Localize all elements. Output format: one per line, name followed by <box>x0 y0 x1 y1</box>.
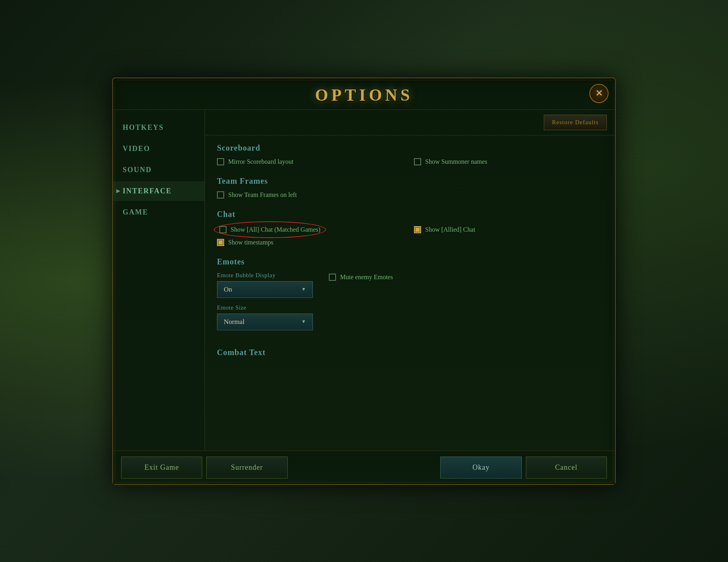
bottom-bar: Exit Game Surrender Okay Cancel <box>113 451 615 484</box>
show-timestamps-checkbox[interactable] <box>217 239 224 246</box>
cancel-button[interactable]: Cancel <box>526 457 607 479</box>
chat-section: Chat Show [All] Chat (Matched Games) Sho… <box>217 210 603 246</box>
show-allied-chat-option[interactable]: Show [Allied] Chat <box>414 224 603 235</box>
show-timestamps-label: Show timestamps <box>228 239 273 246</box>
emote-bubble-label: Emote Bubble Display <box>217 272 313 279</box>
combat-text-title: Combat Text <box>217 348 603 357</box>
sidebar-item-sound[interactable]: SOUND <box>113 160 205 180</box>
dialog-header: OPTIONS ✕ <box>113 78 615 110</box>
emotes-section: Emotes Emote Bubble Display On ▼ <box>217 257 603 337</box>
mute-enemy-emotes-checkbox[interactable] <box>329 274 336 281</box>
emote-size-arrow: ▼ <box>301 319 306 325</box>
show-team-frames-checkbox[interactable] <box>217 191 224 199</box>
close-button[interactable]: ✕ <box>589 84 609 103</box>
show-all-chat-label: Show [All] Chat (Matched Games) <box>231 226 320 233</box>
emote-bubble-group: Emote Bubble Display On ▼ <box>217 272 313 298</box>
show-team-frames-option[interactable]: Show Team Frames on left <box>217 191 603 199</box>
chat-title: Chat <box>217 210 603 219</box>
toolbar: Restore Defaults <box>205 110 615 135</box>
show-timestamps-option[interactable]: Show timestamps <box>217 239 406 246</box>
dialog-body: HOTKEYS VIDEO SOUND INTERFACE GAME Resto… <box>113 110 615 451</box>
options-dialog: OPTIONS ✕ HOTKEYS VIDEO SOUND INTERFACE … <box>112 77 616 485</box>
show-summoner-names-checkbox[interactable] <box>414 158 421 165</box>
scoreboard-section: Scoreboard Mirror Scoreboard layout Show… <box>217 143 603 165</box>
combat-text-section: Combat Text <box>217 348 603 357</box>
emote-size-value: Normal <box>224 318 245 326</box>
show-all-chat-checkbox[interactable] <box>219 226 227 233</box>
show-allied-chat-label: Show [Allied] Chat <box>425 226 475 233</box>
mute-enemy-emotes-label: Mute enemy Emotes <box>340 274 393 281</box>
mirror-scoreboard-checkbox[interactable] <box>217 158 224 165</box>
emotes-right-column: Mute enemy Emotes <box>329 272 393 281</box>
emote-bubble-value: On <box>224 286 232 294</box>
mirror-scoreboard-label: Mirror Scoreboard layout <box>228 158 294 165</box>
emote-size-dropdown[interactable]: Normal ▼ <box>217 314 313 330</box>
surrender-button[interactable]: Surrender <box>206 457 287 479</box>
settings-area[interactable]: Scoreboard Mirror Scoreboard layout Show… <box>205 135 615 451</box>
okay-button[interactable]: Okay <box>440 457 521 479</box>
team-frames-section: Team Frames Show Team Frames on left <box>217 177 603 199</box>
show-team-frames-label: Show Team Frames on left <box>228 191 297 199</box>
mirror-scoreboard-option[interactable]: Mirror Scoreboard layout <box>217 158 406 165</box>
team-frames-title: Team Frames <box>217 177 603 186</box>
sidebar-item-hotkeys[interactable]: HOTKEYS <box>113 118 205 137</box>
sidebar: HOTKEYS VIDEO SOUND INTERFACE GAME <box>113 110 205 451</box>
sidebar-item-video[interactable]: VIDEO <box>113 139 205 159</box>
emote-bubble-arrow: ▼ <box>301 286 306 292</box>
emotes-left-column: Emote Bubble Display On ▼ Emote Size Nor… <box>217 272 313 337</box>
show-summoner-names-option[interactable]: Show Summoner names <box>414 158 603 165</box>
sidebar-item-interface[interactable]: INTERFACE <box>113 181 205 201</box>
emote-bubble-dropdown[interactable]: On ▼ <box>217 281 313 298</box>
show-allied-chat-checkbox[interactable] <box>414 226 421 233</box>
sidebar-item-game[interactable]: GAME <box>113 203 205 222</box>
main-content: Restore Defaults Scoreboard Mirror Score… <box>205 110 615 451</box>
emote-size-group: Emote Size Normal ▼ <box>217 304 313 330</box>
restore-defaults-button[interactable]: Restore Defaults <box>544 115 607 130</box>
dialog-title: OPTIONS <box>315 86 413 104</box>
scoreboard-options: Mirror Scoreboard layout Show Summoner n… <box>217 158 603 165</box>
chat-options-grid: Show [All] Chat (Matched Games) Show [Al… <box>217 224 603 246</box>
show-summoner-names-label: Show Summoner names <box>425 158 487 165</box>
show-all-chat-option[interactable]: Show [All] Chat (Matched Games) <box>217 224 323 235</box>
emote-size-label: Emote Size <box>217 304 313 311</box>
scoreboard-title: Scoreboard <box>217 143 603 153</box>
emotes-title: Emotes <box>217 257 603 266</box>
mute-enemy-emotes-option[interactable]: Mute enemy Emotes <box>329 274 393 281</box>
exit-game-button[interactable]: Exit Game <box>121 457 202 479</box>
